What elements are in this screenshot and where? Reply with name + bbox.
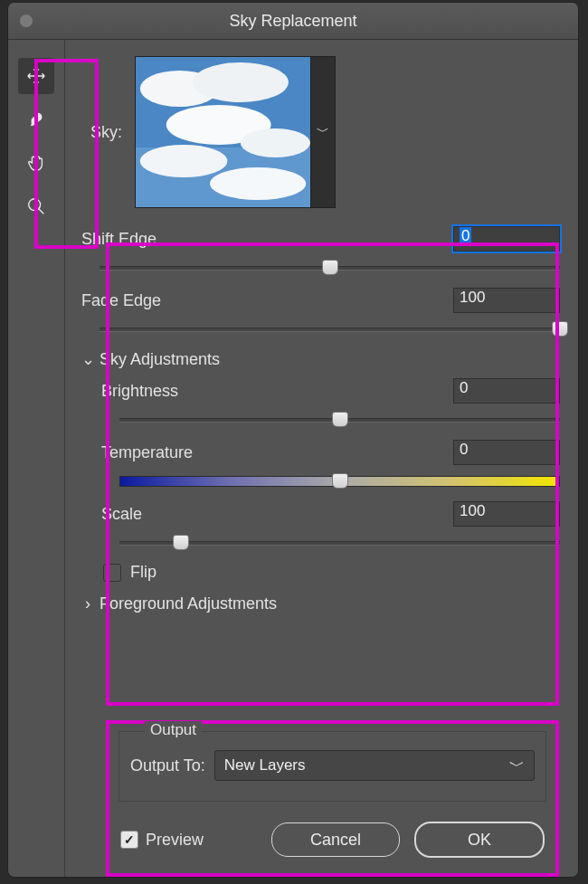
brightness-input[interactable]: 0 xyxy=(453,378,560,404)
fade-edge-label: Fade Edge xyxy=(81,291,161,310)
output-group: Output Output To: New Layers ﹀ xyxy=(119,731,546,802)
chevron-down-icon: ﹀ xyxy=(509,756,525,776)
svg-point-6 xyxy=(241,128,310,157)
move-tool[interactable] xyxy=(18,58,54,94)
shift-edge-label: Shift Edge xyxy=(81,230,156,249)
output-to-label: Output To: xyxy=(130,756,205,775)
scale-slider[interactable] xyxy=(119,534,560,550)
titlebar: Sky Replacement xyxy=(8,3,578,40)
brightness-slider[interactable] xyxy=(119,411,560,427)
sky-thumbnail xyxy=(136,57,310,207)
shift-edge-slider[interactable] xyxy=(100,259,560,275)
fade-edge-input[interactable]: 100 xyxy=(453,288,560,313)
svg-point-7 xyxy=(140,145,228,177)
svg-point-8 xyxy=(210,167,306,200)
foreground-adjustments-label: Foreground Adjustments xyxy=(100,594,277,613)
output-to-select[interactable]: New Layers ﹀ xyxy=(214,750,535,781)
ok-button[interactable]: OK xyxy=(414,822,545,858)
flip-label: Flip xyxy=(130,563,156,582)
flip-checkbox[interactable] xyxy=(103,564,121,582)
sky-adjustments-section[interactable]: ⌄ Sky Adjustments xyxy=(81,349,560,369)
preview-label: Preview xyxy=(146,831,204,850)
sky-label: Sky: xyxy=(90,123,122,142)
scale-label: Scale xyxy=(101,505,142,524)
output-heading: Output xyxy=(145,721,202,739)
tool-strip xyxy=(8,40,64,877)
fade-edge-slider[interactable] xyxy=(100,320,560,337)
sky-preset-picker[interactable]: ﹀ xyxy=(135,56,336,208)
zoom-tool[interactable] xyxy=(18,188,54,224)
foreground-adjustments-section[interactable]: › Foreground Adjustments xyxy=(81,594,560,613)
sky-replacement-dialog: Sky Replacement Sky: xyxy=(7,2,579,878)
temperature-label: Temperature xyxy=(101,443,193,462)
temperature-input[interactable]: 0 xyxy=(453,440,560,465)
chevron-right-icon: › xyxy=(81,594,94,613)
chevron-down-icon: ⌄ xyxy=(81,349,94,369)
sky-adjustments-label: Sky Adjustments xyxy=(100,350,220,369)
output-to-value: New Layers xyxy=(224,756,306,775)
brightness-label: Brightness xyxy=(101,382,178,401)
chevron-down-icon[interactable]: ﹀ xyxy=(310,57,335,207)
cancel-button[interactable]: Cancel xyxy=(271,822,400,857)
svg-point-4 xyxy=(193,62,289,102)
temperature-slider[interactable] xyxy=(119,472,560,489)
shift-edge-input[interactable]: 0 xyxy=(453,226,560,252)
preview-checkbox[interactable] xyxy=(120,831,138,849)
hand-tool[interactable] xyxy=(18,145,54,181)
brush-tool[interactable] xyxy=(18,101,54,138)
scale-input[interactable]: 100 xyxy=(453,501,560,527)
window-title: Sky Replacement xyxy=(8,12,578,31)
annotation-highlight: Output Output To: New Layers ﹀ Preview C… xyxy=(106,720,559,877)
svg-point-0 xyxy=(29,199,41,211)
close-window-button[interactable] xyxy=(19,14,33,28)
